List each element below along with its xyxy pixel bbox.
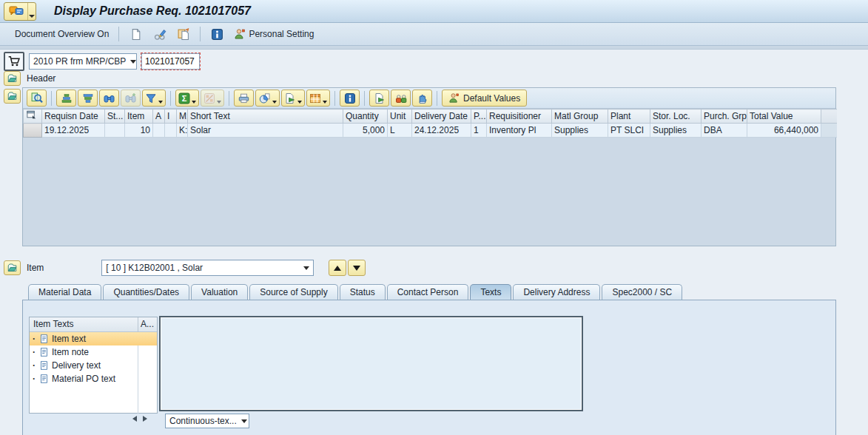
item-expand-button[interactable] [4, 260, 21, 275]
personal-setting-button[interactable]: Personal Setting [231, 27, 317, 41]
scroll-left-icon[interactable] [132, 416, 137, 422]
col-header-delivery-date[interactable]: Delivery Date [412, 109, 471, 124]
col-header-purch-grp[interactable]: Purch. Grp [702, 109, 747, 124]
tab-contact-person[interactable]: Contact Person [387, 284, 469, 300]
list-item-delivery-text[interactable]: Delivery text [30, 359, 157, 372]
next-item-button[interactable] [348, 260, 366, 276]
cell-stor-loc[interactable]: Supplies [650, 124, 702, 138]
document-overview-toggle[interactable]: Document Overview On [12, 27, 112, 41]
header-expand-button[interactable] [4, 71, 21, 86]
col-header-stor-loc[interactable]: Stor. Loc. [650, 109, 702, 124]
cell-status[interactable] [105, 124, 125, 138]
chart-views-button[interactable] [255, 90, 280, 107]
cell-short-text[interactable]: Solar [188, 124, 343, 138]
col-header-status[interactable]: St... [105, 109, 125, 124]
export-button[interactable] [281, 90, 305, 107]
tab-source-of-supply[interactable]: Source of Supply [249, 284, 337, 300]
cell-plant[interactable]: PT SLCI [608, 124, 650, 138]
col-header-i[interactable]: I [165, 109, 177, 124]
item-texts-list-body: Item text Item note [30, 332, 157, 414]
display-change-button[interactable] [149, 25, 169, 44]
select-all-icon [26, 109, 37, 121]
sort-descending-button[interactable] [78, 90, 98, 107]
tab-delivery-address[interactable]: Delivery Address [513, 284, 600, 300]
cell-p[interactable]: 1 [471, 124, 487, 138]
subtotal-button[interactable] [201, 90, 224, 107]
row-select-button[interactable] [24, 124, 42, 138]
cell-i[interactable] [165, 124, 177, 138]
select-all-button[interactable] [24, 109, 42, 124]
table-view-menu-arrow-icon [323, 101, 327, 104]
grid-info-button[interactable] [340, 90, 360, 107]
item-selector-dropdown[interactable]: [ 10 ] K12B02001 , Solar [101, 260, 314, 276]
tab-spec2000-sc[interactable]: Spec2000 / SC [602, 284, 682, 300]
item-texts-header-label: Item Texts [30, 317, 138, 331]
col-header-matl-group[interactable]: Matl Group [552, 109, 608, 124]
item-selector-value: [ 10 ] K12B02001 , Solar [106, 263, 203, 273]
details-button[interactable] [27, 90, 47, 107]
filter-button[interactable] [142, 90, 166, 107]
find-button[interactable] [99, 90, 119, 107]
col-header-requisitioner[interactable]: Requisitioner [487, 109, 552, 124]
find-next-button[interactable] [121, 90, 141, 107]
col-header-short-text[interactable]: Short Text [188, 109, 343, 124]
scroll-right-icon[interactable] [143, 416, 147, 422]
purchase-req-button[interactable] [4, 52, 24, 71]
lock-unlock-button[interactable] [391, 90, 411, 107]
col-header-unit[interactable]: Unit [388, 109, 412, 124]
sort-ascending-button[interactable] [56, 90, 76, 107]
text-format-dropdown[interactable]: Continuous-tex... [165, 414, 249, 428]
copy-to-button[interactable] [369, 90, 389, 107]
col-header-total-value[interactable]: Total Value [747, 109, 821, 124]
sum-menu-arrow-icon [192, 101, 196, 104]
grid-expand-button[interactable] [4, 89, 21, 104]
doc-type-dropdown[interactable]: 2010 PR frm MRP/CBP [29, 53, 137, 70]
previous-item-button[interactable] [329, 260, 346, 276]
list-item-item-text[interactable]: Item text [30, 332, 157, 345]
app-icon [4, 5, 27, 17]
sum-icon: Σ [178, 92, 190, 104]
tab-valuation[interactable]: Valuation [191, 284, 248, 300]
information-button[interactable] [207, 25, 227, 44]
cell-purch-grp[interactable]: DBA [702, 124, 747, 138]
cell-total-value[interactable]: 66,440,000 [747, 124, 821, 138]
copy-document-button[interactable] [173, 25, 193, 44]
col-header-plant[interactable]: Plant [608, 109, 650, 124]
cell-item[interactable]: 10 [125, 124, 153, 138]
expand-icon [7, 73, 18, 84]
list-item-item-note[interactable]: Item note [30, 345, 157, 359]
cell-delivery-date[interactable]: 24.12.2025 [412, 124, 471, 138]
new-document-button[interactable] [126, 25, 146, 44]
cell-requisn-date[interactable]: 19.12.2025 [42, 124, 105, 138]
col-header-item[interactable]: Item [125, 109, 153, 124]
hold-button[interactable] [412, 90, 432, 107]
tab-material-data[interactable]: Material Data [28, 284, 101, 300]
tab-quantities-dates[interactable]: Quantities/Dates [103, 284, 189, 300]
col-header-a[interactable]: A [153, 109, 165, 124]
default-values-button[interactable]: Default Values [442, 90, 527, 107]
cell-requisitioner[interactable]: Inventory Pl [487, 124, 552, 138]
cell-quantity[interactable]: 5,000 [343, 124, 388, 138]
item-section-label: Item [27, 263, 44, 273]
text-editor[interactable] [159, 316, 583, 411]
print-button[interactable] [234, 90, 254, 107]
col-header-requisn-date[interactable]: Requisn Date [42, 109, 105, 124]
sum-button[interactable]: Σ [175, 90, 199, 107]
dropdown-arrow-icon [303, 266, 309, 270]
cell-a[interactable] [153, 124, 165, 138]
pr-number-field[interactable] [141, 53, 200, 70]
col-header-p[interactable]: P... [471, 109, 487, 124]
find-next-icon [124, 92, 137, 104]
toolbar-separator [364, 91, 365, 106]
app-menu-dropdown-arrow-icon[interactable] [27, 3, 36, 20]
cell-m[interactable]: K: [177, 124, 188, 138]
col-header-m[interactable]: M: [177, 109, 188, 124]
col-header-quantity[interactable]: Quantity [343, 109, 388, 124]
cell-matl-group[interactable]: Supplies [552, 124, 608, 138]
list-item-material-po-text[interactable]: Material PO text [30, 372, 157, 385]
cell-unit[interactable]: L [388, 124, 412, 138]
tab-texts[interactable]: Texts [470, 284, 511, 300]
app-menu-button[interactable] [4, 2, 36, 21]
tab-status[interactable]: Status [340, 284, 386, 300]
table-view-button[interactable] [306, 90, 330, 107]
